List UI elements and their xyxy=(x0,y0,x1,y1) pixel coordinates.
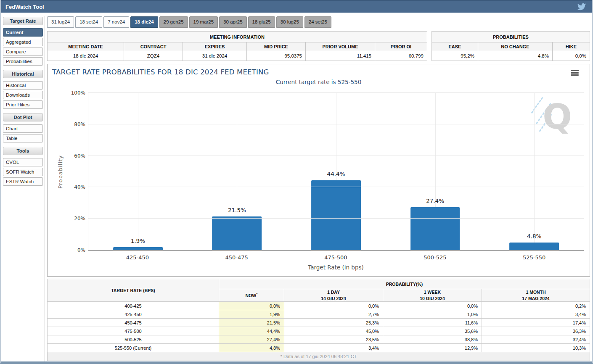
month-cell: 0,2% xyxy=(482,302,590,310)
rate-cell: 475-500 xyxy=(48,327,219,335)
fedwatch-page: FedWatch Tool Target Rate Current Aggreg… xyxy=(0,0,593,364)
prior-oi-header: PRIOR OI xyxy=(375,42,427,51)
one-month-column-header: 1 MONTH17 MAG 2024 xyxy=(482,289,590,302)
probability-bar xyxy=(509,243,559,250)
sidebar-header-historical: Historical xyxy=(3,70,43,78)
x-tick-label: 450-475 xyxy=(187,254,286,261)
month-cell: 32,4% xyxy=(482,335,590,344)
rate-cell: 400-425 xyxy=(48,302,219,310)
tab-30-lug25[interactable]: 30 lug25 xyxy=(276,16,303,28)
y-tick-label: 20% xyxy=(74,216,85,222)
meeting-date-value: 18 dic 2024 xyxy=(48,51,124,61)
sidebar-section-tools: Tools CVOL SOFR Watch ESTR Watch xyxy=(3,147,43,186)
app-title: FedWatch Tool xyxy=(5,4,44,10)
x-tick-label: 500-525 xyxy=(385,254,484,261)
contract-value: ZQZ4 xyxy=(124,51,183,61)
bar-band: 1.9% xyxy=(88,93,188,250)
tab-18-set24[interactable]: 18 set24 xyxy=(75,16,102,28)
prior-oi-value: 60.799 xyxy=(375,51,427,61)
y-tick-label: 0% xyxy=(77,247,85,253)
y-tick-label: 40% xyxy=(74,184,85,190)
plot-grid: Q 1.9%21.5%44.4%27.4%4.8% 0%20%40%60%80%… xyxy=(88,93,584,251)
tab-7-nov24[interactable]: 7 nov24 xyxy=(103,16,129,28)
now-cell: 21,5% xyxy=(219,319,284,327)
no-change-value: 4,8% xyxy=(478,51,552,61)
sidebar-item-table[interactable]: Table xyxy=(3,134,43,142)
chart-menu-icon[interactable] xyxy=(571,70,579,76)
y-tick-label: 60% xyxy=(74,153,85,159)
day-cell: 3,4% xyxy=(284,344,383,352)
rate-cell: 525-550 (Current) xyxy=(48,344,219,352)
tab-24-set25[interactable]: 24 set25 xyxy=(304,16,331,28)
rate-cell: 450-475 xyxy=(48,319,219,327)
tab-30-apr25[interactable]: 30 apr25 xyxy=(219,16,246,28)
tab-29-gen25[interactable]: 29 gen25 xyxy=(159,16,188,28)
contract-header: CONTRACT xyxy=(124,42,183,51)
sidebar-item-cvol[interactable]: CVOL xyxy=(3,158,43,166)
week-cell: 11,6% xyxy=(383,319,482,327)
sidebar-item-sofr-watch[interactable]: SOFR Watch xyxy=(3,168,43,176)
y-tick-label: 80% xyxy=(74,121,85,127)
vertical-gridline xyxy=(138,93,138,250)
tab-31-lug24[interactable]: 31 lug24 xyxy=(47,16,74,28)
bar-value-label: 21.5% xyxy=(228,207,246,214)
mid-price-value: 95,0375 xyxy=(247,51,306,61)
horizontal-gridline xyxy=(88,124,584,124)
vertical-gridline xyxy=(534,93,535,250)
table-row: 525-550 (Current) 4,8% 3,4% 12,9% 10,3% xyxy=(48,344,590,352)
sidebar-item-aggregated[interactable]: Aggregated xyxy=(3,38,43,46)
tab-18-dic24[interactable]: 18 dic24 xyxy=(130,16,158,28)
sidebar-item-estr-watch[interactable]: ESTR Watch xyxy=(3,177,43,186)
tab-19-mar25[interactable]: 19 mar25 xyxy=(189,16,218,28)
x-axis-ticks: 425-450450-475475-500500-525525-550 xyxy=(88,254,584,261)
sidebar-item-prior-hikes[interactable]: Prior Hikes xyxy=(3,100,43,109)
probability-history-table: TARGET RATE (BPS) PROBABILITY(%) NOW* 1 … xyxy=(47,279,590,352)
probabilities-summary-table: PROBABILITIES EASE NO CHANGE HIKE 95,2% … xyxy=(432,31,590,61)
twitter-icon[interactable] xyxy=(577,3,586,11)
horizontal-gridline xyxy=(88,218,584,219)
prior-volume-value: 11.415 xyxy=(306,51,375,61)
horizontal-gridline xyxy=(88,92,584,93)
sidebar-section-target-rate: Target Rate Current Aggregated Compare P… xyxy=(3,17,43,66)
probability-bar xyxy=(311,180,361,250)
bar-value-label: 27.4% xyxy=(426,198,444,204)
chart-subtitle: Current target rate is 525-550 xyxy=(48,79,590,85)
month-cell: 36,3% xyxy=(482,327,590,335)
x-tick-label: 525-550 xyxy=(484,254,584,261)
bar-series: 1.9%21.5%44.4%27.4%4.8% xyxy=(88,93,584,250)
sidebar-item-historical[interactable]: Historical xyxy=(3,81,43,90)
target-rate-bps-header: TARGET RATE (BPS) xyxy=(48,279,219,302)
ease-value: 95,2% xyxy=(432,51,478,61)
bar-value-label: 1.9% xyxy=(131,237,145,244)
week-cell: 38,8% xyxy=(383,335,482,344)
tab-18-giu25[interactable]: 18 giu25 xyxy=(248,16,275,28)
now-cell: 27,4% xyxy=(219,335,284,344)
no-change-header: NO CHANGE xyxy=(478,42,552,51)
bar-value-label: 44.4% xyxy=(327,171,345,177)
hike-header: HIKE xyxy=(552,42,590,51)
probability-bar xyxy=(212,216,262,250)
sidebar-item-current[interactable]: Current xyxy=(3,28,43,37)
expires-header: EXPIRES xyxy=(183,42,247,51)
x-axis-title: Target Rate (in bps) xyxy=(88,264,584,271)
sidebar-item-probabilities[interactable]: Probabilities xyxy=(3,57,43,66)
bar-value-label: 4.8% xyxy=(527,233,541,240)
probability-bar xyxy=(113,247,163,250)
sidebar-item-chart[interactable]: Chart xyxy=(3,124,43,133)
info-row: MEETING INFORMATION MEETING DATE CONTRAC… xyxy=(47,31,590,61)
month-cell: 3,4% xyxy=(482,310,590,319)
rate-cell: 425-450 xyxy=(48,310,219,319)
chart-title: TARGET RATE PROBABILITIES FOR 18 DIC 202… xyxy=(48,64,590,76)
sidebar-item-downloads[interactable]: Downloads xyxy=(3,91,43,99)
bar-band: 44.4% xyxy=(286,93,386,250)
sidebar-item-compare[interactable]: Compare xyxy=(3,47,43,56)
main-content: 31 lug24 18 set24 7 nov24 18 dic24 29 ge… xyxy=(45,16,590,361)
meeting-date-header: MEETING DATE xyxy=(48,42,124,51)
probability-pct-header: PROBABILITY(%) xyxy=(219,279,590,289)
ease-header: EASE xyxy=(432,42,478,51)
week-cell: 1,0% xyxy=(383,310,482,319)
horizontal-gridline xyxy=(88,187,584,187)
probability-bar xyxy=(410,207,460,250)
day-cell: 0,0% xyxy=(284,302,383,310)
week-cell: 12,9% xyxy=(383,344,482,352)
